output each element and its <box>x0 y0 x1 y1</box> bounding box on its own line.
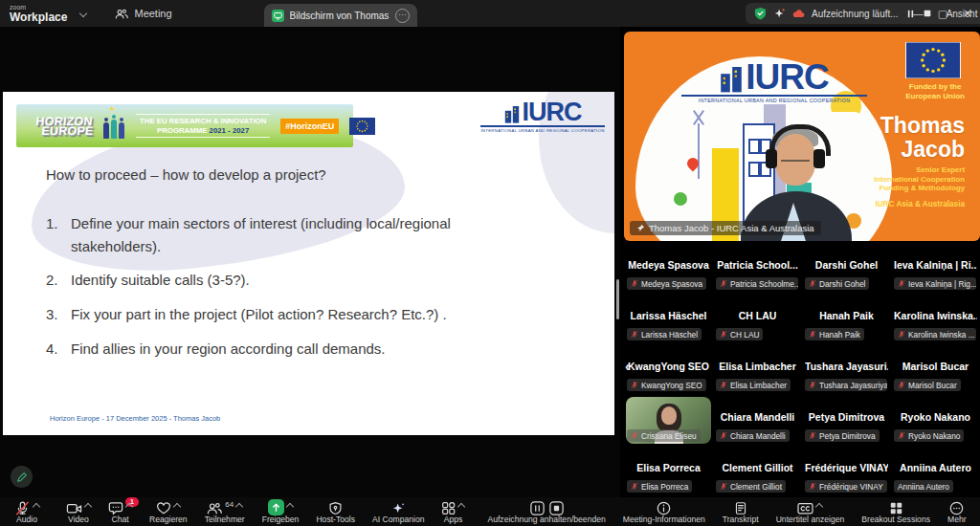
pencil-icon <box>16 471 28 483</box>
participant-name: Elisa Porreca <box>627 462 710 473</box>
participant-label: Chiara Mandelli <box>716 429 790 442</box>
record-cloud-icon <box>792 9 805 18</box>
chevron-up-icon[interactable] <box>235 502 243 510</box>
recording-control-button[interactable]: Aufzeichnung anhalten/beenden <box>479 497 613 526</box>
participant-tile[interactable]: Darshi GohelDarshi Gohel <box>802 243 891 294</box>
participant-tile[interactable]: Ryoko NakanoRyoko Nakano <box>891 395 980 446</box>
chat-button[interactable]: 1 Chat <box>100 497 141 526</box>
annotate-button[interactable] <box>11 466 33 488</box>
participant-tile[interactable]: Elisa PorrecaElisa Porreca <box>624 446 713 496</box>
mic-muted-icon <box>898 381 905 389</box>
participant-grid: Medeya SpasovaMedeya SpasovaPatricia Sch… <box>624 243 980 496</box>
pause-icon[interactable] <box>530 501 545 515</box>
people-icon <box>115 8 128 20</box>
chevron-up-icon[interactable] <box>815 502 823 510</box>
banner-people-illustration: ★ <box>103 114 124 139</box>
participant-tile[interactable]: Cristiana Eliseu <box>624 395 713 446</box>
panel-scrollbar[interactable] <box>616 279 619 319</box>
participant-label: Karolina Iwinska ... <box>894 328 976 340</box>
host-tools-label: Host-Tools <box>316 515 355 523</box>
participant-tile[interactable]: Tushara Jayasuri...Tushara Jayasuriya <box>802 344 891 395</box>
participant-tile[interactable]: Petya DimitrovaPetya Dimitrova <box>802 395 891 446</box>
participant-label: Tushara Jayasuriya <box>805 379 887 391</box>
participant-name: Hanah Paik <box>805 310 888 321</box>
brand-zoom-text: zoom <box>10 4 67 11</box>
breakout-button[interactable]: Breakout Sessions <box>853 497 939 526</box>
leave-button[interactable]: Verlassen <box>975 497 980 526</box>
chevron-up-icon[interactable] <box>33 502 40 510</box>
host-tools-button[interactable]: Host-Tools <box>307 497 364 526</box>
mic-muted-icon <box>720 482 727 491</box>
more-label: Mehr <box>947 515 967 523</box>
participant-tile[interactable]: Larissa HäschelLarissa Häschel <box>624 294 713 344</box>
participant-tile[interactable]: Ieva Kalniņa | Ri...Ieva Kalniņa | Rig..… <box>891 243 980 294</box>
participant-tile[interactable]: Frédérique VINAYFrédérique VINAY <box>802 446 891 496</box>
horizon-europe-logo: HORIZON EUROPE <box>34 117 95 136</box>
participant-tile[interactable]: ‹KwangYong SEOKwangYong SEO <box>624 344 713 395</box>
participant-tile[interactable]: Chiara MandelliChiara Mandelli <box>713 395 802 446</box>
chevron-up-icon[interactable] <box>173 502 181 510</box>
participant-label: KwangYong SEO <box>627 379 706 391</box>
minimize-icon[interactable]: — <box>905 8 930 19</box>
chevron-up-icon[interactable] <box>286 502 294 510</box>
meeting-info-button[interactable]: Meeting-Informationen <box>614 497 714 526</box>
shared-screen-area: HORIZON EUROPE ★ THE EU RESEARCH & INNOV… <box>0 27 620 497</box>
stop-icon[interactable] <box>549 501 564 515</box>
more-button[interactable]: Mehr <box>939 497 975 526</box>
window-controls: — ▢ ✕ <box>905 0 980 27</box>
brand-workplace-text: Workplace <box>10 11 67 23</box>
speaker-video-tile[interactable]: IURC INTERNATIONAL URBAN AND REGIONAL CO… <box>624 32 980 241</box>
chevron-up-icon[interactable] <box>457 502 465 510</box>
participant-label: Cristiana Eliseu <box>627 429 701 442</box>
participants-icon <box>207 501 222 515</box>
ai-companion-button[interactable]: AI Companion <box>364 497 433 526</box>
tab-options-icon[interactable]: ⋯ <box>395 9 410 23</box>
participant-tile[interactable]: Clement GilliotClement Gilliot <box>713 446 802 496</box>
participant-tile[interactable]: Medeya SpasovaMedeya Spasova <box>624 243 713 294</box>
chevron-down-icon[interactable] <box>79 10 87 17</box>
captions-button[interactable]: Untertitel anzeigen <box>768 497 854 526</box>
tab-screen-share[interactable]: Bildschirm von Thomas Jacob - Il ⋯ <box>264 4 417 27</box>
wind-turbine-illustration <box>698 123 700 179</box>
participant-name: Larissa Häschel <box>627 310 710 321</box>
speaker-org-text: IURC Asia & Australasia <box>875 200 965 208</box>
participant-name: Medeya Spasova <box>627 259 710 271</box>
chevron-up-icon[interactable] <box>84 502 92 510</box>
video-button[interactable]: Video <box>57 497 100 526</box>
breakout-label: Breakout Sessions <box>861 515 930 523</box>
participant-tile[interactable]: CH LAUCH LAU <box>713 294 802 344</box>
apps-label: Apps <box>444 515 463 523</box>
iurc-logo: IURC INTERNATIONAL URBAN AND REGIONAL CO… <box>679 62 869 103</box>
tab-meeting[interactable]: Meeting <box>115 8 171 20</box>
breakout-icon <box>889 501 903 515</box>
iurc-buildings-icon <box>720 64 743 93</box>
participants-button[interactable]: 64 Teilnehmer <box>196 497 254 526</box>
hashtag-badge: #HorizonEU <box>280 119 339 134</box>
reactions-button[interactable]: Reagieren <box>141 497 196 526</box>
ai-companion-label: AI Companion <box>372 515 424 523</box>
share-screen-button[interactable]: Freigeben <box>254 497 308 526</box>
participant-tile[interactable]: Karolina Iwinska...Karolina Iwinska ... <box>891 294 980 344</box>
participant-tile[interactable]: Marisol BucarMarisol Bucar <box>891 344 980 395</box>
transcript-button[interactable]: Transkript <box>714 497 768 526</box>
maximize-icon[interactable]: ▢ <box>930 8 955 20</box>
speaker-name-overlay: ThomasJacob <box>880 114 965 162</box>
participant-tile[interactable]: Elisa LimbacherElisa Limbacher <box>713 344 802 395</box>
participant-name: CH LAU <box>716 310 799 321</box>
participant-label: Patricia Schoolme... <box>716 277 798 290</box>
meeting-toolbar: Audio Video 1 Chat <box>0 497 980 526</box>
close-icon[interactable]: ✕ <box>955 8 980 20</box>
audio-button[interactable]: Audio <box>6 497 48 526</box>
participant-name: Anniina Autero <box>894 462 977 473</box>
apps-button[interactable]: Apps <box>433 497 473 526</box>
participant-tile[interactable]: Hanah PaikHanah Paik <box>802 294 891 344</box>
participant-tile[interactable]: Anniina AuteroAnniina Autero <box>891 446 980 496</box>
participant-name: Darshi Gohel <box>805 259 888 271</box>
participant-name: Chiara Mandelli <box>716 411 799 423</box>
zoom-app-window: zoom Workplace Meeting Bildschirm von Th… <box>0 0 980 526</box>
camera-icon <box>66 501 82 515</box>
video-label: Video <box>68 515 89 523</box>
participant-tile[interactable]: Patricia School...Patricia Schoolme... <box>713 243 802 294</box>
shield-check-icon <box>754 7 767 20</box>
mic-muted-icon <box>898 431 905 440</box>
